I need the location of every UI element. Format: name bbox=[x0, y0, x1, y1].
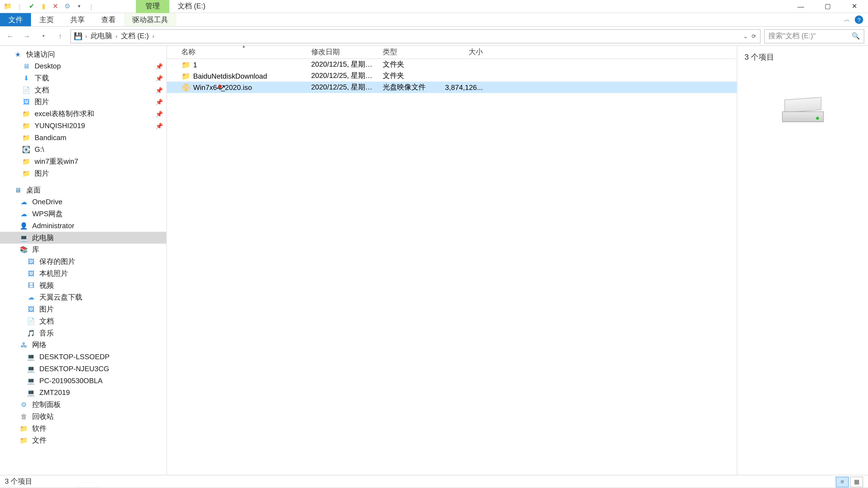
table-row[interactable]: 📁BaiduNetdiskDownload2020/12/25, 星期五 1..… bbox=[167, 70, 737, 82]
nav-recycle-bin[interactable]: 🗑回收站 bbox=[0, 411, 166, 422]
recent-dropdown-icon[interactable]: ▾ bbox=[37, 30, 50, 43]
star-icon: ★ bbox=[13, 50, 23, 59]
ribbon-tabs: 文件 主页 共享 查看 驱动器工具 ︿ ? bbox=[0, 13, 868, 27]
network-icon: 🖧 bbox=[19, 340, 29, 350]
column-type[interactable]: 类型 bbox=[379, 47, 439, 57]
nav-pictures2[interactable]: 📁图片 bbox=[0, 167, 166, 180]
nav-desktop-root[interactable]: 🖥桌面 bbox=[0, 184, 166, 196]
nav-wps[interactable]: ☁WPS网盘 bbox=[0, 208, 166, 220]
back-button[interactable]: ← bbox=[4, 30, 17, 43]
search-input[interactable]: 搜索"文档 (E:)" 🔍 bbox=[764, 29, 864, 43]
pc-icon: 💻 bbox=[26, 376, 36, 385]
qat-check-icon[interactable]: ✔ bbox=[27, 2, 36, 10]
up-button[interactable]: ↑ bbox=[54, 30, 67, 43]
search-icon[interactable]: 🔍 bbox=[852, 32, 860, 40]
pc-icon: 💻 bbox=[19, 233, 29, 242]
title-bar: 📁 | ✔ ▮ ✕ ⚙ ▾ | 管理 文档 (E:) — ▢ ✕ bbox=[0, 0, 868, 13]
address-dropdown-icon[interactable]: ⌄ bbox=[742, 33, 749, 39]
nav-net-pc1[interactable]: 💻DESKTOP-LSSOEDP bbox=[0, 351, 166, 363]
nav-yunqishi[interactable]: 📁YUNQISHI2019📌 bbox=[0, 120, 166, 132]
nav-documents[interactable]: 📄文档📌 bbox=[0, 84, 166, 96]
folder-icon: 📁 bbox=[22, 121, 31, 130]
nav-drive-g[interactable]: 💽G:\ bbox=[0, 144, 166, 156]
column-size[interactable]: 大小 bbox=[439, 47, 487, 57]
nav-lib-music[interactable]: 🎵音乐 bbox=[0, 327, 166, 339]
nav-control-panel[interactable]: ⚙控制面板 bbox=[0, 398, 166, 411]
minimize-button[interactable]: — bbox=[787, 0, 814, 13]
nav-lib-docs[interactable]: 📄文档 bbox=[0, 315, 166, 327]
qat-dropdown-icon[interactable]: ▾ bbox=[75, 2, 84, 10]
ribbon-tab-drive-tools[interactable]: 驱动器工具 bbox=[124, 13, 176, 26]
ribbon-tab-view[interactable]: 查看 bbox=[93, 13, 124, 26]
nav-bandicam[interactable]: 📁Bandicam bbox=[0, 132, 166, 144]
qat-settings-icon[interactable]: ⚙ bbox=[63, 2, 72, 10]
pc-icon: 💻 bbox=[26, 352, 36, 361]
nav-excel-folder[interactable]: 📁excel表格制作求和📌 bbox=[0, 108, 166, 120]
refresh-icon[interactable]: ⟳ bbox=[750, 33, 758, 39]
cell-date: 2020/12/15, 星期二 1... bbox=[308, 60, 379, 70]
nav-onedrive[interactable]: ☁OneDrive bbox=[0, 196, 166, 208]
documents-icon: 📄 bbox=[22, 85, 31, 95]
nav-lib-tianyi[interactable]: ☁天翼云盘下载 bbox=[0, 291, 166, 303]
nav-software[interactable]: 📁软件 bbox=[0, 422, 166, 434]
table-row[interactable]: 📀Win7x64_2020.iso2020/12/25, 星期五 1...光盘映… bbox=[167, 82, 737, 93]
nav-net-pc4[interactable]: 💻ZMT2019 bbox=[0, 387, 166, 398]
forward-button[interactable]: → bbox=[20, 30, 33, 43]
qat-close-icon[interactable]: ✕ bbox=[51, 2, 60, 10]
nav-pictures[interactable]: 🖼图片📌 bbox=[0, 96, 166, 108]
ribbon-tab-home[interactable]: 主页 bbox=[31, 13, 62, 26]
nav-win7reinstall[interactable]: 📁win7重装win7 bbox=[0, 156, 166, 167]
contextual-tab-manage[interactable]: 管理 bbox=[136, 0, 169, 13]
nav-files[interactable]: 📁文件 bbox=[0, 434, 166, 446]
cell-size: 3,874,126... bbox=[439, 83, 487, 92]
file-list[interactable]: 名称▴ 修改日期 类型 大小 📁12020/12/15, 星期二 1...文件夹… bbox=[167, 46, 737, 475]
desktop-icon: 🖥 bbox=[13, 185, 23, 195]
column-name[interactable]: 名称▴ bbox=[178, 47, 308, 57]
quick-access-toolbar: 📁 | ✔ ▮ ✕ ⚙ ▾ | bbox=[0, 2, 99, 10]
nav-desktop[interactable]: 🖥Desktop📌 bbox=[0, 60, 166, 72]
nav-administrator[interactable]: 👤Administrator bbox=[0, 220, 166, 232]
preview-pane: 3 个项目 bbox=[737, 46, 868, 475]
nav-downloads[interactable]: ⬇下载📌 bbox=[0, 72, 166, 84]
nav-lib-pictures[interactable]: 🖼图片 bbox=[0, 303, 166, 315]
disc-icon: 📀 bbox=[181, 83, 191, 92]
ribbon-collapse-icon[interactable]: ︿ bbox=[844, 15, 850, 24]
pin-icon: 📌 bbox=[156, 110, 163, 117]
folder-icon[interactable]: ▮ bbox=[39, 2, 48, 10]
ribbon-tab-file[interactable]: 文件 bbox=[0, 13, 31, 26]
nav-lib-camera[interactable]: 🖼本机照片 bbox=[0, 267, 166, 280]
folder-icon: 📁 bbox=[181, 71, 191, 80]
folder-icon: 📁 bbox=[181, 60, 191, 69]
documents-icon: 📄 bbox=[26, 316, 36, 326]
address-box[interactable]: 💾 › 此电脑 › 文档 (E:) › ⌄ ⟳ bbox=[70, 29, 761, 43]
nav-libraries[interactable]: 📚库 bbox=[0, 244, 166, 256]
nav-net-pc2[interactable]: 💻DESKTOP-NJEU3CG bbox=[0, 363, 166, 375]
pictures-icon: 🖼 bbox=[26, 304, 36, 314]
ribbon-tab-share[interactable]: 共享 bbox=[62, 13, 93, 26]
maximize-button[interactable]: ▢ bbox=[814, 0, 841, 13]
item-count: 3 个项目 bbox=[745, 52, 861, 62]
view-details-button[interactable]: ≡ bbox=[836, 476, 849, 487]
table-row[interactable]: 📁12020/12/15, 星期二 1...文件夹 bbox=[167, 59, 737, 70]
view-icons-button[interactable]: ▦ bbox=[850, 476, 863, 487]
column-date[interactable]: 修改日期 bbox=[308, 47, 379, 57]
help-icon[interactable]: ? bbox=[855, 15, 863, 24]
breadcrumb-thispc[interactable]: 此电脑 bbox=[90, 31, 113, 41]
close-button[interactable]: ✕ bbox=[841, 0, 868, 13]
drive-icon: 💾 bbox=[73, 31, 83, 41]
column-headers: 名称▴ 修改日期 类型 大小 bbox=[167, 46, 737, 59]
nav-network[interactable]: 🖧网络 bbox=[0, 339, 166, 351]
folder-icon: 📁 bbox=[19, 424, 29, 433]
chevron-right-icon[interactable]: › bbox=[151, 33, 155, 39]
navigation-pane[interactable]: ★快速访问 🖥Desktop📌 ⬇下载📌 📄文档📌 🖼图片📌 📁excel表格制… bbox=[0, 46, 167, 475]
chevron-right-icon[interactable]: › bbox=[84, 33, 88, 39]
nav-thispc[interactable]: 💻此电脑 bbox=[0, 232, 166, 244]
nav-lib-video[interactable]: 🎞视频 bbox=[0, 280, 166, 291]
nav-lib-saved[interactable]: 🖼保存的图片 bbox=[0, 256, 166, 267]
drive-preview-icon bbox=[782, 98, 824, 122]
nav-quick-access[interactable]: ★快速访问 bbox=[0, 48, 166, 60]
chevron-right-icon[interactable]: › bbox=[114, 33, 119, 39]
breadcrumb-drive[interactable]: 文档 (E:) bbox=[120, 31, 150, 41]
nav-net-pc3[interactable]: 💻PC-20190530OBLA bbox=[0, 375, 166, 387]
user-icon: 👤 bbox=[19, 221, 29, 230]
